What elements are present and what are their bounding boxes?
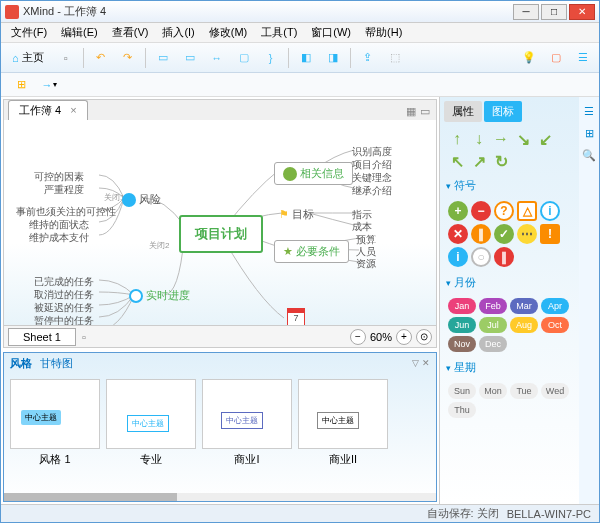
branch-cond[interactable]: ★必要条件 xyxy=(274,240,349,263)
gallery-scrollbar[interactable] xyxy=(4,493,436,501)
symbol-warn2[interactable]: ! xyxy=(540,224,560,244)
export-button[interactable]: ⬚ xyxy=(383,46,407,70)
leaf-node[interactable]: 暂停中的任务 xyxy=(34,314,94,325)
zoom-fit-button[interactable]: ⊙ xyxy=(416,329,432,345)
branch-goal[interactable]: ⚑目标 xyxy=(279,207,314,222)
symbol-warning[interactable]: △ xyxy=(517,201,537,221)
leaf-node[interactable]: 关键理念 xyxy=(352,171,392,185)
leaf-node[interactable]: 项目介绍 xyxy=(352,158,392,172)
present-button[interactable]: ▢ xyxy=(544,46,568,70)
sidetool-search-icon[interactable]: 🔍 xyxy=(581,147,597,163)
section-weekdays[interactable]: 星期 xyxy=(444,356,575,379)
symbol-plus[interactable]: + xyxy=(448,201,468,221)
tool-a-button[interactable]: ◧ xyxy=(294,46,318,70)
month-pill[interactable]: Apr xyxy=(541,298,569,314)
weekday-pill[interactable]: Thu xyxy=(448,402,476,418)
gallery-tab-gantt[interactable]: 甘特图 xyxy=(40,356,73,371)
mindmap-canvas[interactable]: 可控的因素 严重程度 关闭1 事前也须关注的可控性 维持的面状态 维护成本支付 … xyxy=(4,120,436,325)
symbol-info2[interactable]: i xyxy=(448,247,468,267)
symbol-info[interactable]: i xyxy=(540,201,560,221)
section-symbols[interactable]: 符号 xyxy=(444,174,575,197)
symbol-check[interactable]: ✓ xyxy=(494,224,514,244)
workbook-tab[interactable]: 工作簿 4 × xyxy=(8,100,88,120)
leaf-node[interactable]: 取消过的任务 xyxy=(34,288,94,302)
symbol-x[interactable]: ✕ xyxy=(448,224,468,244)
leaf-node[interactable]: 已完成的任务 xyxy=(34,275,94,289)
zoom-in-button[interactable]: + xyxy=(396,329,412,345)
add-sheet-button[interactable]: ▫ xyxy=(76,331,92,343)
menu-view[interactable]: 查看(V) xyxy=(106,23,155,42)
arrow-up-right-icon[interactable]: ↗ xyxy=(470,152,488,170)
sidetool-grid-icon[interactable]: ⊞ xyxy=(581,125,597,141)
drill-button[interactable]: →▾ xyxy=(37,73,61,97)
nav-button[interactable]: ⊞ xyxy=(9,73,33,97)
minimize-button[interactable]: ─ xyxy=(513,4,539,20)
maximize-button[interactable]: □ xyxy=(541,4,567,20)
arrow-down-icon[interactable]: ↓ xyxy=(470,130,488,148)
close-tab-icon[interactable]: × xyxy=(70,104,76,116)
idea-button[interactable]: 💡 xyxy=(517,46,541,70)
gallery-item[interactable]: 中心主题商业I xyxy=(202,379,292,487)
weekday-pill[interactable]: Mon xyxy=(479,383,507,399)
subtopic-button[interactable]: ▭ xyxy=(178,46,202,70)
branch-risk[interactable]: 风险 xyxy=(122,192,161,207)
zoom-out-button[interactable]: − xyxy=(350,329,366,345)
share-button[interactable]: ⇪ xyxy=(356,46,380,70)
redo-button[interactable]: ↷ xyxy=(116,46,140,70)
menu-help[interactable]: 帮助(H) xyxy=(359,23,408,42)
menu-tools[interactable]: 工具(T) xyxy=(255,23,303,42)
arrow-down-left-icon[interactable]: ↙ xyxy=(536,130,554,148)
arrow-up-icon[interactable]: ↑ xyxy=(448,130,466,148)
arrow-refresh-icon[interactable]: ↻ xyxy=(492,152,510,170)
gallery-close-icon[interactable]: ▽ ✕ xyxy=(412,358,430,368)
leaf-node[interactable]: 成本 xyxy=(352,220,372,234)
month-pill[interactable]: Dec xyxy=(479,336,507,352)
month-pill[interactable]: Jul xyxy=(479,317,507,333)
gantt-button[interactable]: ☰ xyxy=(571,46,595,70)
symbol-ellipsis[interactable]: ⋯ xyxy=(517,224,537,244)
section-months[interactable]: 月份 xyxy=(444,271,575,294)
menu-edit[interactable]: 编辑(E) xyxy=(55,23,104,42)
menu-modify[interactable]: 修改(M) xyxy=(203,23,254,42)
view-grid-icon[interactable]: ▦ xyxy=(406,105,416,118)
view-map-icon[interactable]: ▭ xyxy=(420,105,430,118)
sheet-tab[interactable]: Sheet 1 xyxy=(8,328,76,346)
symbol-pause2[interactable]: ‖ xyxy=(494,247,514,267)
leaf-node[interactable]: 维持的面状态 xyxy=(29,218,89,232)
month-pill[interactable]: Oct xyxy=(541,317,569,333)
leaf-node[interactable]: 识别高度 xyxy=(352,145,392,159)
month-pill[interactable]: Feb xyxy=(479,298,507,314)
menu-window[interactable]: 窗口(W) xyxy=(305,23,357,42)
undo-button[interactable]: ↶ xyxy=(89,46,113,70)
center-topic[interactable]: 项目计划 xyxy=(179,215,263,253)
leaf-node[interactable]: 可控的因素 xyxy=(34,170,84,184)
symbol-minus[interactable]: − xyxy=(471,201,491,221)
leaf-node[interactable]: 资源 xyxy=(356,257,376,271)
menu-insert[interactable]: 插入(I) xyxy=(156,23,200,42)
menu-file[interactable]: 文件(F) xyxy=(5,23,53,42)
month-pill[interactable]: Aug xyxy=(510,317,538,333)
arrow-up-left-icon[interactable]: ↖ xyxy=(448,152,466,170)
summary-button[interactable]: } xyxy=(259,46,283,70)
month-pill[interactable]: Nov xyxy=(448,336,476,352)
close-button[interactable]: ✕ xyxy=(569,4,595,20)
weekday-pill[interactable]: Wed xyxy=(541,383,569,399)
panel-tab-icons[interactable]: 图标 xyxy=(484,101,522,122)
symbol-pause[interactable]: ‖ xyxy=(471,224,491,244)
gallery-item[interactable]: 中心主题商业II xyxy=(298,379,388,487)
weekday-pill[interactable]: Sun xyxy=(448,383,476,399)
new-button[interactable]: ▫ xyxy=(54,46,78,70)
leaf-node[interactable]: 继承介绍 xyxy=(352,184,392,198)
arrow-right-icon[interactable]: → xyxy=(492,130,510,148)
symbol-empty[interactable]: ○ xyxy=(471,247,491,267)
topic-button[interactable]: ▭ xyxy=(151,46,175,70)
branch-schedule[interactable]: 7 进度安排 xyxy=(274,308,318,325)
relation-button[interactable]: ↔ xyxy=(205,46,229,70)
month-pill[interactable]: Mar xyxy=(510,298,538,314)
boundary-button[interactable]: ▢ xyxy=(232,46,256,70)
branch-info[interactable]: 相关信息 xyxy=(274,162,353,185)
leaf-node[interactable]: 被延迟的任务 xyxy=(34,301,94,315)
month-pill[interactable]: Jun xyxy=(448,317,476,333)
gallery-item[interactable]: 中心主题风格 1 xyxy=(10,379,100,487)
home-button[interactable]: ⌂ 主页 xyxy=(5,46,51,70)
